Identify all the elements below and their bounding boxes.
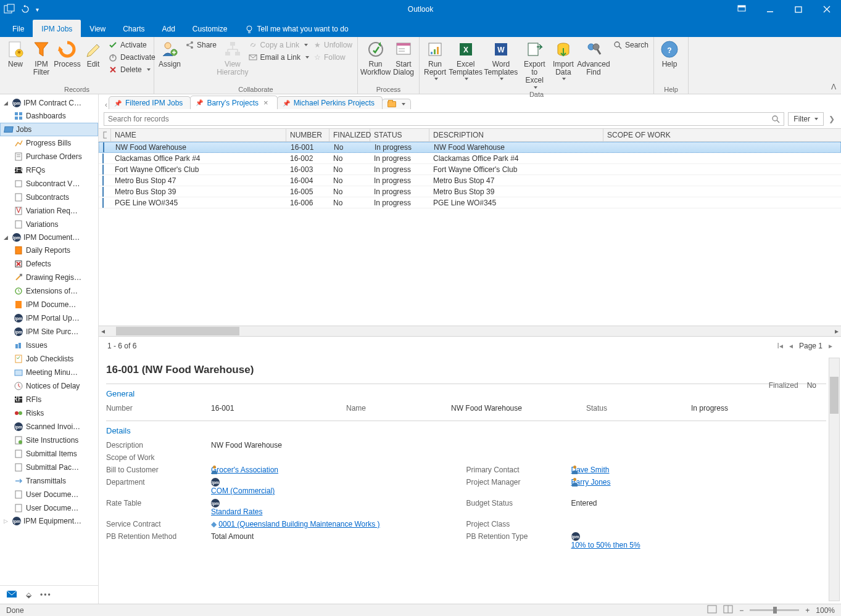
maximize-icon[interactable] bbox=[784, 0, 813, 18]
link-service-contract[interactable]: 0001 (Queensland Building Maintenance Wo… bbox=[218, 520, 379, 528]
zoom-out-icon[interactable]: − bbox=[739, 606, 744, 615]
tab-file[interactable]: File bbox=[4, 20, 33, 37]
col-finalized[interactable]: FINALIZED bbox=[329, 129, 370, 141]
unfollow-button[interactable]: ★Unfollow bbox=[312, 39, 355, 51]
nav-mail-icon[interactable] bbox=[6, 589, 17, 601]
col-scope[interactable]: SCOPE OF WORK bbox=[603, 129, 841, 141]
tree-group-equipment[interactable]: ▷ipmIPM Equipment… bbox=[0, 515, 98, 527]
tree-item[interactable]: Progress Bills bbox=[0, 136, 98, 150]
activate-button[interactable]: Activate bbox=[106, 39, 158, 51]
tree-item[interactable]: Transmittals bbox=[0, 474, 98, 488]
table-row[interactable]: Metro Bus Stop 4716-004NoIn progressMetr… bbox=[99, 175, 841, 186]
tree-item[interactable]: User Docume… bbox=[0, 501, 98, 515]
minimize-icon[interactable] bbox=[756, 0, 784, 18]
view-normal-icon[interactable] bbox=[707, 605, 717, 615]
tree-item[interactable]: Submittal Pac… bbox=[0, 461, 98, 474]
expand-icon[interactable]: ❯ bbox=[827, 115, 836, 123]
word-templates-button[interactable]: WWord Templates bbox=[483, 38, 518, 81]
tree-item[interactable]: Subcontracts bbox=[0, 191, 98, 204]
edit-button[interactable]: Edit bbox=[80, 38, 106, 70]
tree-group-contract[interactable]: ◢ipmIPM Contract C… bbox=[0, 97, 98, 109]
tab-charts[interactable]: Charts bbox=[114, 20, 153, 37]
tree-item[interactable]: Risks bbox=[0, 406, 98, 420]
tab-ipm-jobs[interactable]: IPM Jobs bbox=[33, 20, 81, 37]
tree-item[interactable]: Submittal Items bbox=[0, 447, 98, 461]
tree-item[interactable]: Subcontract V… bbox=[0, 177, 98, 191]
view-hierarchy-button[interactable]: View Hierarchy bbox=[219, 38, 246, 78]
search-input[interactable] bbox=[104, 112, 784, 126]
tree-item[interactable]: Notices of Delay bbox=[0, 379, 98, 393]
link-rate-table[interactable]: Standard Rates bbox=[211, 507, 262, 516]
qat-more-icon[interactable]: ▾ bbox=[36, 6, 39, 13]
detail-vscroll[interactable] bbox=[829, 358, 840, 601]
tree-item[interactable]: Defects bbox=[0, 257, 98, 271]
excel-templates-button[interactable]: XExcel Templates bbox=[448, 38, 483, 81]
filter-button[interactable]: Filter bbox=[788, 112, 824, 126]
tree-item[interactable]: Jobs bbox=[0, 123, 98, 136]
tree-item[interactable]: RFQRFQs bbox=[0, 163, 98, 177]
export-excel-button[interactable]: Export to Excel bbox=[519, 38, 550, 90]
doc-tab-filtered[interactable]: 📌Filtered IPM Jobs bbox=[109, 96, 191, 109]
grid-hscroll[interactable]: ◂▸ bbox=[99, 326, 841, 337]
tree-item[interactable]: IPM Docume… bbox=[0, 298, 98, 311]
tree-item[interactable]: Dashboards bbox=[0, 109, 98, 123]
tab-view[interactable]: View bbox=[81, 20, 114, 37]
ipm-filter-button[interactable]: IPM Filter bbox=[28, 38, 54, 78]
link-bill[interactable]: Grocer's Association bbox=[211, 466, 278, 474]
ribbon-collapse-icon[interactable]: ᐱ bbox=[826, 37, 841, 94]
page-next-icon[interactable]: ▸ bbox=[829, 342, 832, 350]
col-number[interactable]: NUMBER bbox=[286, 129, 329, 141]
tree-item[interactable]: RFIRFIs bbox=[0, 393, 98, 406]
run-report-button[interactable]: Run Report bbox=[422, 38, 448, 81]
new-button[interactable]: ✶New bbox=[2, 38, 28, 70]
col-icon[interactable] bbox=[99, 129, 111, 141]
import-data-button[interactable]: Import Data bbox=[550, 38, 576, 81]
follow-button[interactable]: ☆Follow bbox=[312, 52, 355, 63]
page-first-icon[interactable]: І◂ bbox=[777, 342, 783, 350]
zoom-slider[interactable] bbox=[750, 609, 799, 611]
tree-item[interactable]: Site Instructions bbox=[0, 433, 98, 447]
link-pb-type[interactable]: 10% to 50% then 5% bbox=[571, 541, 640, 549]
doc-tab-barry[interactable]: 📌Barry's Projects× bbox=[190, 96, 277, 109]
search-button[interactable]: Search bbox=[611, 39, 651, 51]
tree-item[interactable]: ipmScanned Invoi… bbox=[0, 420, 98, 433]
col-name[interactable]: NAME bbox=[111, 129, 286, 141]
tree-item[interactable]: Drawing Regis… bbox=[0, 271, 98, 284]
table-row[interactable]: Fort Wayne Officer's Club16-003NoIn prog… bbox=[99, 164, 841, 175]
tab-add[interactable]: Add bbox=[154, 20, 184, 37]
tree-item[interactable]: Issues bbox=[0, 339, 98, 352]
ribbon-options-icon[interactable] bbox=[727, 0, 756, 18]
tree-item[interactable]: VVariation Req… bbox=[0, 204, 98, 218]
undo-icon[interactable] bbox=[21, 5, 30, 14]
start-dialog-button[interactable]: Start Dialog bbox=[391, 38, 416, 78]
close-icon[interactable] bbox=[813, 0, 841, 18]
copy-link-button[interactable]: Copy a Link bbox=[246, 39, 312, 51]
tree-item[interactable]: Extensions of… bbox=[0, 284, 98, 298]
tree-item[interactable]: Variations bbox=[0, 218, 98, 231]
table-row[interactable]: NW Food Warehouse16-001NoIn progressNW F… bbox=[99, 142, 841, 153]
col-description[interactable]: DESCRIPTION bbox=[429, 129, 603, 141]
page-prev-icon[interactable]: ◂ bbox=[789, 342, 793, 350]
tree-item[interactable]: User Docume… bbox=[0, 488, 98, 501]
table-row[interactable]: Metro Bus Stop 3916-005NoIn progressMetr… bbox=[99, 186, 841, 197]
tree-group-document[interactable]: ◢ipmIPM Document… bbox=[0, 231, 98, 244]
help-button[interactable]: ?Help bbox=[657, 38, 682, 70]
nav-more-icon[interactable]: ••• bbox=[40, 591, 52, 599]
deactivate-button[interactable]: Deactivate bbox=[106, 52, 158, 63]
table-row[interactable]: Clackamas Office Park #416-002NoIn progr… bbox=[99, 153, 841, 164]
col-status[interactable]: STATUS bbox=[370, 129, 429, 141]
tree-item[interactable]: Meeting Minu… bbox=[0, 366, 98, 379]
tab-customize[interactable]: Customize bbox=[184, 20, 236, 37]
advanced-find-button[interactable]: Advanced Find bbox=[576, 38, 611, 78]
tree-item[interactable]: ipmIPM Portal Up… bbox=[0, 311, 98, 325]
run-workflow-button[interactable]: Run Workflow bbox=[360, 38, 391, 78]
tell-me[interactable]: Tell me what you want to do bbox=[236, 21, 357, 37]
email-link-button[interactable]: Email a Link bbox=[246, 52, 312, 63]
tree-item[interactable]: Daily Reports bbox=[0, 244, 98, 257]
doc-tab-michael[interactable]: 📌Michael Perkins Projects bbox=[277, 96, 383, 109]
table-row[interactable]: PGE Line WO#34516-006NoIn progressPGE Li… bbox=[99, 197, 841, 208]
link-department[interactable]: COM (Commercial) bbox=[211, 487, 275, 495]
assign-button[interactable]: Assign bbox=[157, 38, 183, 70]
doc-tab-new[interactable] bbox=[382, 99, 411, 109]
tree-item[interactable]: Job Checklists bbox=[0, 352, 98, 366]
